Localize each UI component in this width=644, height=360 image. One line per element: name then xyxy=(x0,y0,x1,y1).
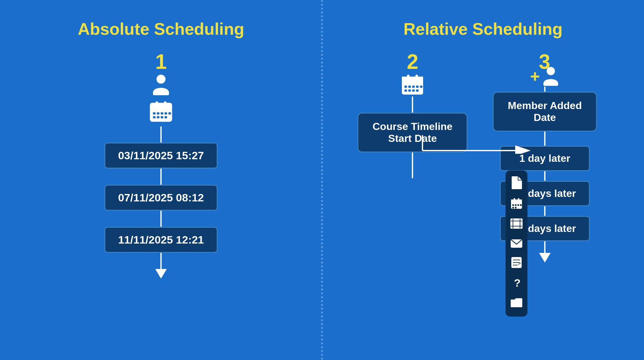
member-added-label: Member AddedDate xyxy=(508,100,582,123)
svg-rect-39 xyxy=(517,204,519,206)
right-title: Relative Scheduling xyxy=(403,19,563,39)
svg-rect-18 xyxy=(402,77,423,84)
svg-rect-44 xyxy=(518,198,519,201)
date-box-3: 11/11/2025 12:21 xyxy=(104,227,218,253)
member-added-box: Member AddedDate xyxy=(493,92,597,132)
svg-rect-7 xyxy=(157,112,159,115)
left-number: 1 xyxy=(155,51,167,72)
svg-rect-14 xyxy=(165,116,167,118)
svg-text:?: ? xyxy=(514,277,521,289)
svg-point-33 xyxy=(546,67,555,75)
svg-rect-38 xyxy=(515,204,516,206)
calendar-icon-panel xyxy=(511,198,522,212)
vline-day3-bottom xyxy=(544,241,545,253)
horizontal-arrow xyxy=(422,134,531,154)
svg-rect-29 xyxy=(415,75,418,80)
svg-rect-24 xyxy=(404,89,407,92)
plus-person-group: + xyxy=(530,66,559,87)
vline-day3-top xyxy=(544,206,545,216)
edit-icon xyxy=(511,257,522,271)
right-panel: Relative Scheduling 2 xyxy=(322,0,644,360)
svg-rect-19 xyxy=(404,86,407,88)
col1-container: 2 xyxy=(357,51,468,178)
calendar-icon-left xyxy=(150,100,172,126)
vline-2 xyxy=(160,169,162,185)
document-icon xyxy=(511,176,522,192)
date-box-2: 07/11/2025 08:12 xyxy=(104,185,218,211)
svg-rect-41 xyxy=(512,207,514,208)
svg-rect-26 xyxy=(412,89,415,92)
main-container: Absolute Scheduling 1 xyxy=(0,0,644,360)
folder-icon xyxy=(510,297,523,311)
svg-rect-23 xyxy=(420,86,422,88)
svg-point-0 xyxy=(156,75,166,84)
svg-rect-43 xyxy=(514,198,515,201)
svg-rect-40 xyxy=(520,204,522,206)
arrow-down-left xyxy=(155,269,167,279)
svg-rect-34 xyxy=(543,83,558,86)
vline-3 xyxy=(160,211,162,227)
vline-1 xyxy=(160,126,162,143)
svg-rect-27 xyxy=(416,89,419,92)
vline-col1-bottom xyxy=(412,152,413,178)
svg-rect-25 xyxy=(408,89,411,92)
vline-col1 xyxy=(412,97,413,113)
left-panel: Absolute Scheduling 1 xyxy=(0,0,322,360)
svg-rect-42 xyxy=(515,207,516,208)
svg-rect-12 xyxy=(157,116,159,118)
date-box-1: 03/11/2025 15:27 xyxy=(104,143,218,169)
svg-rect-16 xyxy=(164,101,166,107)
svg-rect-8 xyxy=(161,112,163,115)
svg-rect-6 xyxy=(153,112,156,115)
svg-rect-37 xyxy=(512,204,514,206)
svg-rect-36 xyxy=(511,199,522,203)
left-timeline: 1 xyxy=(104,51,218,279)
vline-4 xyxy=(160,253,162,269)
svg-rect-21 xyxy=(412,86,415,88)
vline-day1-top xyxy=(544,132,545,146)
left-title: Absolute Scheduling xyxy=(78,19,244,39)
divider xyxy=(321,0,323,360)
arrow-down-right xyxy=(539,253,551,263)
svg-rect-20 xyxy=(408,86,411,88)
plus-icon: + xyxy=(530,67,540,86)
svg-rect-13 xyxy=(161,116,163,118)
envelope-icon xyxy=(510,237,523,251)
vline-day2-top xyxy=(544,171,545,181)
question-icon: ? xyxy=(511,277,522,291)
svg-rect-9 xyxy=(165,112,167,115)
svg-rect-45 xyxy=(511,219,522,228)
person-icon-right xyxy=(542,66,560,87)
video-icon xyxy=(510,218,523,232)
svg-rect-1 xyxy=(153,92,169,95)
svg-rect-11 xyxy=(153,116,156,118)
svg-rect-15 xyxy=(156,101,158,107)
icon-panel: ? xyxy=(506,171,527,317)
svg-rect-10 xyxy=(168,112,171,115)
svg-rect-28 xyxy=(407,75,410,80)
calendar-icon-right xyxy=(401,73,424,97)
svg-rect-22 xyxy=(416,86,419,88)
person-icon-left xyxy=(151,73,171,100)
number-2: 2 xyxy=(407,51,418,72)
vline-col2-top xyxy=(544,87,545,92)
svg-rect-5 xyxy=(150,103,172,110)
